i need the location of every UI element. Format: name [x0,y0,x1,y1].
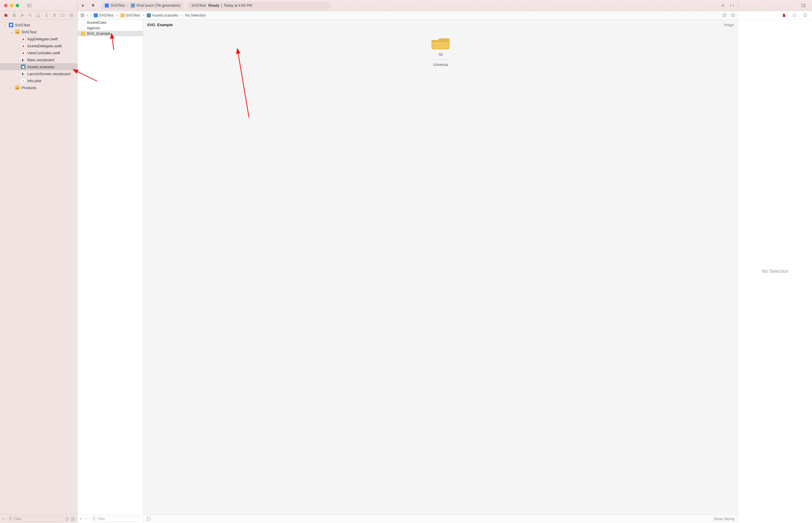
tree-file[interactable]: ◧LaunchScreen.storyboard [0,70,77,77]
navigator-filter-field[interactable]: ☰ Filter [6,516,63,522]
svg-rect-26 [81,14,82,15]
history-inspector-tab-icon[interactable] [792,13,797,17]
inspector-empty-label: No Selection [762,269,789,274]
slot-scale-label: All [438,53,443,57]
navigator-filter-placeholder: Filter [14,517,22,521]
svg-point-14 [23,15,23,15]
canvas-header: SVG_Example Image [143,20,738,30]
add-editor-icon[interactable] [731,13,735,17]
tree-file-label: LaunchScreen.storyboard [27,72,71,76]
asset-canvas[interactable]: SVG_Example Image All Universal [143,20,738,523]
crumb-label: SVGTest [99,13,113,17]
code-review-icon[interactable] [729,3,735,8]
jump-crumb-assets[interactable]: Assets.xcassets [147,13,178,17]
zoom-window-icon[interactable] [16,4,19,7]
related-items-icon[interactable] [80,13,85,17]
recent-files-icon[interactable] [65,517,69,521]
editor-body: AccentColor AppIcon SVG_Example + − ☰ Fi… [77,20,738,523]
find-navigator-tab-icon[interactable] [29,13,33,17]
svg-rect-30 [723,14,726,17]
svg-rect-27 [83,14,84,15]
stop-button-icon[interactable] [91,3,95,7]
nav-forward-icon[interactable]: › [90,13,91,17]
tree-products-group[interactable]: › ▬ Products [0,84,77,91]
canvas-title: SVG_Example [147,23,173,27]
window-traffic-lights[interactable] [4,4,19,7]
asset-filter-field[interactable]: ☰ Filter [90,516,141,522]
jump-bar[interactable]: ‹ › SVGTest › SVGTest › Assets.xcassets … [77,11,738,20]
symbol-navigator-tab-icon[interactable] [20,13,24,17]
swift-file-icon: ◆ [21,51,25,55]
help-inspector-tab-icon[interactable] [803,13,807,17]
breakpoint-navigator-tab-icon[interactable] [61,13,65,17]
slot-divider [431,59,450,60]
run-button-icon[interactable] [81,3,85,7]
add-tab-icon[interactable] [721,3,725,8]
test-navigator-tab-icon[interactable] [44,13,49,17]
tree-group[interactable]: ⌄ ▬ SVGTest [0,29,77,35]
debug-navigator-tab-icon[interactable] [53,13,57,17]
jump-crumb-group[interactable]: SVGTest [121,13,140,17]
tree-file[interactable]: ≡Info.plist [0,77,77,84]
asset-outline[interactable]: AccentColor AppIcon SVG_Example + − ☰ Fi… [77,20,143,523]
svg-rect-28 [81,16,82,17]
tree-file[interactable]: ◧Main.storyboard [0,56,77,63]
asset-item-appicon[interactable]: AppIcon [77,25,143,31]
tree-root-label: SVGTest [15,23,30,27]
canvas-view-mode-icon[interactable] [147,517,151,521]
chevron-right-icon: › [142,13,145,17]
issue-navigator-tab-icon[interactable] [36,13,40,17]
report-navigator-tab-icon[interactable] [69,13,73,17]
tree-file-label: Main.storyboard [27,58,54,62]
project-navigator-tab-icon[interactable] [4,13,8,17]
nav-back-icon[interactable]: ‹ [87,13,88,17]
jump-crumb-selection[interactable]: No Selection [185,13,206,17]
navigator-tab-bar[interactable] [0,11,77,20]
scm-filter-icon[interactable] [71,517,75,521]
activity-status[interactable]: SVGTest: Ready | Today at 4:04 PM [188,2,330,9]
toggle-navigator-icon[interactable] [27,3,32,8]
asset-outline-footer: + − ☰ Filter [77,514,143,523]
asset-item-accentcolor[interactable]: AccentColor [77,20,143,25]
library-icon[interactable] [801,3,806,8]
image-set-icon [81,32,85,36]
chevron-right-icon[interactable]: › [11,86,13,89]
svg-point-40 [805,16,805,16]
minimize-window-icon[interactable] [10,4,13,7]
inspector-tab-bar[interactable] [738,11,812,20]
chevron-right-icon: › [116,13,118,17]
status-separator: | [221,3,222,7]
jump-crumb-project[interactable]: SVGTest [94,13,113,17]
tree-file[interactable]: ◆SceneDelegate.swift [0,42,77,49]
editor-options-icon[interactable] [722,13,727,17]
crumb-label: SVGTest [126,13,140,17]
tree-file-assets[interactable]: ▣Assets.xcassets [0,63,77,70]
project-tree[interactable]: ⌄ SVGTest ⌄ ▬ SVGTest ◆AppDelegate.swift… [0,20,77,514]
add-asset-icon[interactable]: + [80,517,82,521]
asset-item-svg-example[interactable]: SVG_Example [77,31,143,36]
tree-file[interactable]: ◆ViewController.swift [0,49,77,56]
crumb-label: Assets.xcassets [152,13,178,17]
add-file-icon[interactable]: + [2,517,5,521]
canvas-footer: Show Slicing [143,514,738,523]
crumb-label: No Selection [185,13,206,17]
tree-project-root[interactable]: ⌄ SVGTest [0,21,77,29]
asset-item-label: AppIcon [87,26,100,30]
chevron-down-icon[interactable]: ⌄ [11,31,13,34]
show-slicing-button[interactable]: Show Slicing [714,517,735,521]
tree-group-label: SVGTest [21,30,36,34]
close-window-icon[interactable] [4,4,7,7]
remove-asset-icon[interactable]: − [85,517,87,521]
inspector-panel: No Selection [738,11,812,523]
filter-icon: ☰ [93,517,96,521]
scheme-selector[interactable]: SVGTest › iPod touch (7th generation) [101,2,184,9]
chevron-down-icon[interactable]: ⌄ [4,23,7,27]
tree-file[interactable]: ◆AppDelegate.swift [0,35,77,42]
source-control-tab-icon[interactable] [12,13,16,17]
appicon-set-icon [81,26,85,30]
image-slot[interactable]: All Universal [431,36,450,514]
tree-file-label: ViewController.swift [27,51,60,55]
canvas-type-label: Image [724,23,734,27]
svg-point-12 [21,14,21,15]
file-inspector-tab-icon[interactable] [782,13,786,18]
